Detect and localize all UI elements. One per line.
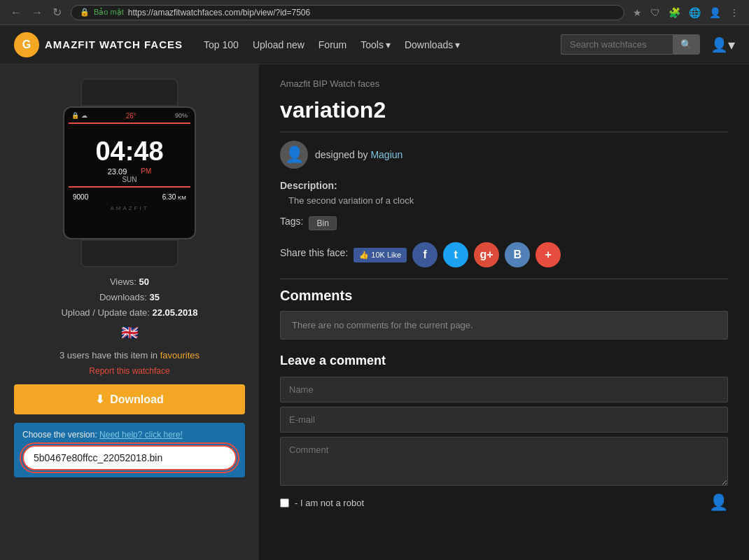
version-input[interactable] <box>22 445 237 470</box>
downloads-stat: Downloads: 35 <box>61 290 197 305</box>
back-button[interactable]: ← <box>7 5 25 20</box>
watch-battery: 90% <box>175 112 188 120</box>
download-icon: ⬇ <box>95 393 104 406</box>
author-text: designed by Magiun <box>315 149 402 160</box>
download-button[interactable]: ⬇ Download <box>14 384 245 414</box>
description-label: Description: <box>280 180 728 191</box>
navbar: G AMAZFIT WATCH FACES Top 100 Upload new… <box>0 25 749 64</box>
user-icon: 👤 <box>709 493 728 512</box>
tags-row: Tags: Bin <box>280 216 728 231</box>
facebook-share-button[interactable]: f <box>412 242 438 267</box>
tag-bin[interactable]: Bin <box>309 216 336 230</box>
address-bar[interactable]: 🔒 Bảo mật https://amazfitwatchfaces.com/… <box>71 5 624 20</box>
watch-steps: 9000 <box>73 193 88 201</box>
star-button[interactable]: ★ <box>630 6 645 20</box>
favourites-link[interactable]: favourites <box>160 350 200 360</box>
author-link[interactable]: Magiun <box>370 149 402 160</box>
watch-date-row: 23.09 PM <box>69 167 190 176</box>
email-input[interactable] <box>280 407 728 433</box>
comments-section: Comments There are no comments for the c… <box>280 288 728 512</box>
watch-brand: AMAZFIT <box>69 205 190 211</box>
watch-stats-row: 9000 6.30 KM <box>69 193 190 201</box>
search-button[interactable]: 🔍 <box>673 34 700 55</box>
logo: G AMAZFIT WATCH FACES <box>14 32 183 57</box>
user-menu[interactable]: 👤▾ <box>710 36 735 53</box>
robot-row: - I am not a robot 👤 <box>280 493 728 512</box>
version-box: Choose the version: Need help? click her… <box>14 423 245 477</box>
url-text: https://amazfitwatchfaces.com/bip/view/?… <box>128 8 310 18</box>
menu-button[interactable]: ⋮ <box>727 6 742 20</box>
watch-top-row: 🔒 ☁ 26° 90% <box>69 112 190 120</box>
account-button[interactable]: 👤 <box>706 6 724 20</box>
robot-label: - I am not a robot <box>295 498 364 508</box>
watch-red-divider-top <box>69 122 190 124</box>
ssl-icon: 🔒 <box>80 8 90 17</box>
version-input-wrap <box>22 445 237 470</box>
search-form: 🔍 <box>561 34 700 55</box>
nav-forum[interactable]: Forum <box>318 39 346 50</box>
flag-icon: 🇬🇧 <box>121 324 139 341</box>
page-title: variation2 <box>280 97 728 123</box>
tags-label: Tags: <box>280 216 303 227</box>
refresh-button[interactable]: ↻ <box>49 4 65 20</box>
nav-top100[interactable]: Top 100 <box>204 39 239 50</box>
shield-button[interactable]: 🛡 <box>648 6 663 20</box>
watch-icons: 🔒 ☁ <box>71 112 88 120</box>
watch-pm: PM <box>141 167 151 176</box>
extension-button[interactable]: 🧩 <box>666 6 683 20</box>
search-input[interactable] <box>561 34 673 55</box>
forward-button[interactable]: → <box>28 5 46 20</box>
translate-button[interactable]: 🌐 <box>686 6 704 20</box>
favourites-row: 3 users have this item in favourites <box>59 350 200 360</box>
watch-time: 04:48 <box>69 138 190 164</box>
browser-nav: ← → ↻ <box>7 4 65 20</box>
share-label: Share this face: <box>280 247 348 258</box>
leave-comment-title: Leave a comment <box>280 354 728 368</box>
watch-illustration: 🔒 ☁ 26° 90% 04:48 23.09 PM SUN 9000 <box>63 78 196 267</box>
right-panel: Amazfit BIP Watch faces variation2 👤 des… <box>259 64 749 560</box>
comments-title: Comments <box>280 288 728 304</box>
more-share-button[interactable]: + <box>536 242 561 267</box>
nav-upload-new[interactable]: Upload new <box>253 39 304 50</box>
google-plus-share-button[interactable]: g+ <box>474 242 499 267</box>
report-link[interactable]: Report this watchface <box>89 366 169 376</box>
robot-checkbox[interactable] <box>280 498 289 507</box>
browser-actions: ★ 🛡 🧩 🌐 👤 ⋮ <box>630 6 742 20</box>
watch-strap-bottom <box>80 239 178 267</box>
nav-downloads[interactable]: Downloads ▾ <box>405 39 460 50</box>
avatar: 👤 <box>280 141 308 169</box>
watch-stats-info: Views: 50 Downloads: 35 Upload / Update … <box>61 274 197 321</box>
watch-screen: 🔒 ☁ 26° 90% 04:48 23.09 PM SUN 9000 <box>63 106 196 239</box>
upload-date-stat: Upload / Update date: 22.05.2018 <box>61 305 197 321</box>
vk-share-button[interactable]: B <box>505 242 530 267</box>
version-label: Choose the version: Need help? click her… <box>22 430 237 440</box>
main-layout: 🔒 ☁ 26° 90% 04:48 23.09 PM SUN 9000 <box>0 64 749 560</box>
comments-empty: There are no comments for the current pa… <box>280 311 728 340</box>
version-help-link[interactable]: Need help? click here! <box>99 430 183 440</box>
watch-day: SUN <box>69 176 190 183</box>
description-text: The second variation of a clock <box>288 195 728 206</box>
watch-date: 23.09 <box>108 167 127 176</box>
browser-chrome: ← → ↻ 🔒 Bảo mật https://amazfitwatchface… <box>0 0 749 25</box>
navbar-links: Top 100 Upload new Forum Tools ▾ Downloa… <box>204 39 561 50</box>
author-row: 👤 designed by Magiun <box>280 141 728 169</box>
security-label: Bảo mật <box>94 8 124 17</box>
views-stat: Views: 50 <box>61 274 197 290</box>
share-divider <box>280 279 728 279</box>
breadcrumb: Amazfit BIP Watch faces <box>280 78 728 89</box>
logo-circle: G <box>14 32 39 57</box>
left-panel: 🔒 ☁ 26° 90% 04:48 23.09 PM SUN 9000 <box>0 64 259 560</box>
nav-tools[interactable]: Tools ▾ <box>360 39 391 50</box>
brand-name: AMAZFIT WATCH FACES <box>45 38 183 50</box>
name-input[interactable] <box>280 377 728 402</box>
facebook-like-button[interactable]: 👍 10K Like <box>354 248 407 262</box>
share-row: Share this face: 👍 10K Like f t g+ B + <box>280 242 728 267</box>
download-label: Download <box>110 393 163 406</box>
comment-textarea[interactable] <box>280 437 728 486</box>
watch-red-divider-bottom <box>69 186 190 188</box>
twitter-share-button[interactable]: t <box>443 242 468 267</box>
title-divider <box>280 132 728 132</box>
watch-temp: 26° <box>126 112 136 120</box>
watch-distance: 6.30 KM <box>162 193 186 201</box>
watch-strap-top <box>80 78 178 106</box>
